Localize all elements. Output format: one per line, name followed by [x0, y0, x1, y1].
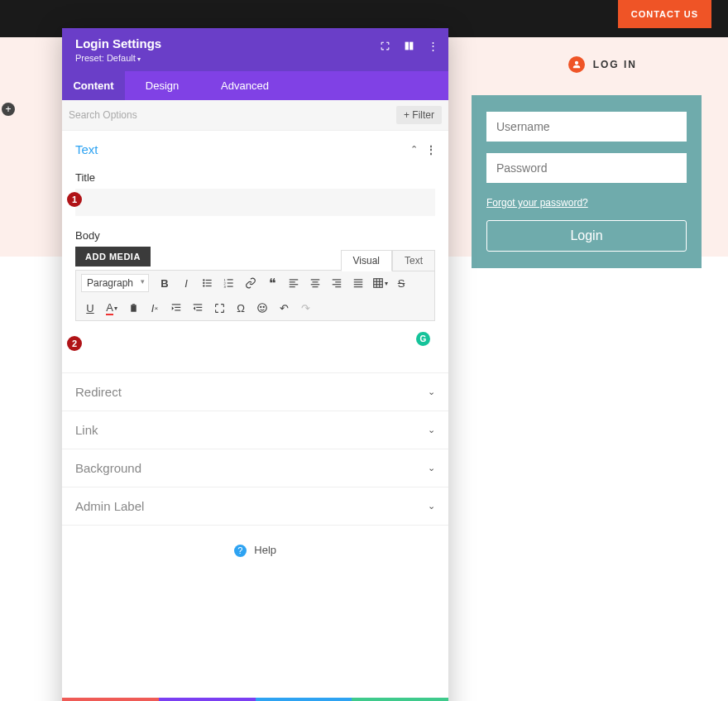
chevron-down-icon: ⌄ [428, 387, 435, 397]
paragraph-select[interactable]: Paragraph [81, 274, 149, 292]
chevron-down-icon: ⌄ [428, 501, 435, 511]
svg-rect-37 [172, 304, 181, 305]
underline-icon[interactable]: U [81, 299, 99, 317]
editor-tab-text[interactable]: Text [392, 250, 435, 271]
annotation-badge-1: 1 [67, 192, 82, 207]
svg-rect-35 [131, 305, 136, 312]
svg-rect-40 [194, 304, 203, 305]
redo-icon[interactable]: ↷ [296, 299, 314, 317]
text-color-icon[interactable]: A▾ [103, 299, 121, 317]
svg-point-6 [203, 285, 204, 286]
svg-rect-5 [206, 282, 212, 283]
section-link-header[interactable]: Link ⌄ [75, 411, 435, 449]
contact-us-button[interactable]: CONTACT US [618, 0, 711, 28]
forgot-password-link[interactable]: Forgot your password? [486, 197, 588, 209]
section-menu-icon[interactable]: ⋮ [426, 144, 435, 156]
kebab-menu-icon[interactable]: ⋮ [428, 40, 438, 52]
panel-tabs: Content Design Advanced [62, 71, 448, 100]
italic-icon[interactable]: I [177, 274, 195, 292]
undo-icon[interactable]: ↶ [275, 299, 293, 317]
filter-button[interactable]: Filter [396, 106, 442, 124]
svg-point-43 [258, 304, 267, 313]
fullscreen-icon[interactable] [210, 299, 228, 317]
svg-rect-24 [333, 284, 342, 285]
editor-toolbar: Paragraph B I 123 ❝ [75, 270, 435, 321]
svg-rect-26 [354, 279, 363, 280]
save-button[interactable]: ✔ [352, 698, 448, 701]
svg-rect-19 [313, 281, 318, 282]
svg-rect-41 [196, 307, 202, 308]
svg-rect-27 [354, 281, 363, 282]
cancel-button[interactable]: ✖ [62, 698, 159, 701]
svg-rect-0 [405, 42, 409, 50]
search-input[interactable] [69, 109, 396, 121]
omega-icon[interactable]: Ω [232, 299, 250, 317]
align-left-icon[interactable] [285, 274, 303, 292]
section-link-label: Link [75, 423, 98, 437]
align-right-icon[interactable] [328, 274, 346, 292]
columns-icon[interactable] [404, 41, 414, 51]
login-submit-button[interactable]: Login [486, 220, 687, 252]
bold-icon[interactable]: B [156, 274, 174, 292]
link-icon[interactable] [242, 274, 260, 292]
svg-rect-16 [290, 284, 299, 285]
title-field-label: Title [75, 171, 435, 184]
section-adminlabel-header[interactable]: Admin Label ⌄ [75, 487, 435, 525]
login-link[interactable]: LOG IN [568, 56, 637, 73]
svg-rect-13 [228, 286, 233, 287]
svg-rect-29 [354, 286, 363, 287]
bullet-list-icon[interactable] [199, 274, 217, 292]
add-module-button[interactable]: + [2, 103, 15, 116]
annotation-badge-2: 2 [67, 336, 82, 351]
svg-rect-9 [228, 279, 233, 280]
svg-rect-23 [335, 281, 341, 282]
add-media-button[interactable]: ADD MEDIA [75, 247, 151, 266]
help-label: Help [254, 544, 276, 556]
section-redirect-header[interactable]: Redirect ⌄ [75, 373, 435, 411]
undo-button[interactable]: ↺ [159, 698, 256, 701]
outdent-icon[interactable] [189, 299, 207, 317]
section-text-header[interactable]: Text ⌃ ⋮ [75, 131, 435, 168]
chevron-down-icon: ⌄ [428, 425, 435, 435]
svg-rect-30 [373, 279, 382, 288]
paste-icon[interactable] [124, 299, 142, 317]
svg-rect-17 [290, 286, 295, 287]
title-input[interactable] [75, 189, 435, 216]
grammarly-icon[interactable]: G [416, 332, 430, 346]
tab-advanced[interactable]: Advanced [199, 71, 290, 100]
svg-rect-42 [196, 310, 202, 310]
svg-point-4 [203, 282, 204, 284]
svg-rect-21 [313, 286, 318, 287]
align-center-icon[interactable] [306, 274, 324, 292]
number-list-icon[interactable]: 123 [220, 274, 238, 292]
section-redirect-label: Redirect [75, 385, 122, 399]
editor-tab-visual[interactable]: Visual [341, 250, 392, 271]
login-form: Forgot your password? Login [472, 95, 702, 268]
table-icon[interactable]: ▾ [371, 274, 389, 292]
indent-icon[interactable] [167, 299, 185, 317]
svg-point-45 [263, 306, 264, 307]
search-row: Filter [62, 100, 448, 131]
quote-icon[interactable]: ❝ [263, 274, 281, 292]
clear-format-icon[interactable]: I× [146, 299, 164, 317]
section-text-label: Text [75, 142, 98, 156]
align-justify-icon[interactable] [349, 274, 367, 292]
section-background-header[interactable]: Background ⌄ [75, 449, 435, 487]
preset-dropdown[interactable]: Preset: Default [75, 53, 435, 63]
svg-rect-38 [175, 307, 180, 308]
tab-design[interactable]: Design [125, 71, 199, 100]
strikethrough-icon[interactable]: S [392, 274, 410, 292]
redo-button[interactable]: ↻ [256, 698, 352, 701]
svg-text:3: 3 [224, 285, 227, 289]
password-input[interactable] [486, 153, 687, 183]
username-input[interactable] [486, 112, 687, 142]
chevron-up-icon: ⌃ [410, 144, 418, 155]
expand-icon[interactable] [380, 41, 390, 51]
tab-content[interactable]: Content [62, 71, 125, 100]
svg-rect-20 [311, 284, 320, 285]
editor-body[interactable]: G [75, 321, 435, 351]
help-row[interactable]: ? Help [62, 526, 448, 698]
section-text: Text ⌃ ⋮ Title 1 Body ADD MEDIA Visual T… [62, 131, 448, 351]
emoji-icon[interactable] [253, 299, 271, 317]
svg-rect-39 [175, 310, 180, 310]
